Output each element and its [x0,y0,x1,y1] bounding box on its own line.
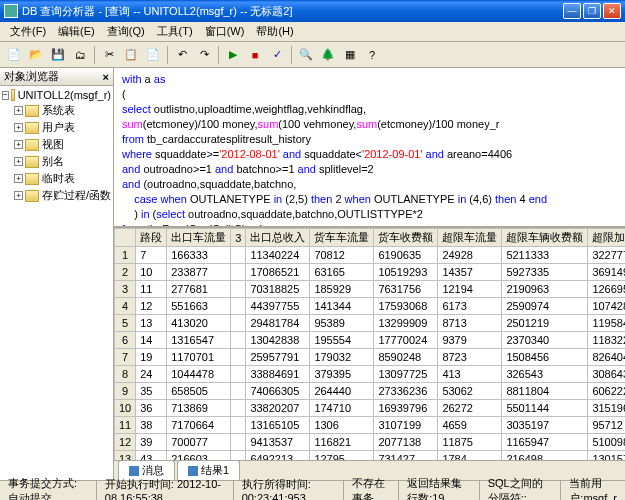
cell[interactable]: 179032 [310,349,374,366]
cell[interactable]: 141344 [310,298,374,315]
close-button[interactable]: ✕ [603,3,621,19]
cell[interactable]: 195554 [310,332,374,349]
tree-node[interactable]: +存贮过程/函数 [14,187,111,204]
tree-node[interactable]: +用户表 [14,119,111,136]
table-row[interactable]: 1138717066413165105130631071994659303519… [115,417,626,434]
cell[interactable]: 13 [115,451,136,461]
cell[interactable]: 8590248 [374,349,438,366]
table-row[interactable]: 1239700077941353711682120771381187511659… [115,434,626,451]
cell[interactable]: 379395 [310,366,374,383]
sql-editor[interactable]: with a as(select outlistno,uploadtime,we… [114,68,625,228]
tree-root[interactable]: −UNITOLL2(msgf_r) [2,88,111,102]
tree-node[interactable]: +视图 [14,136,111,153]
cell[interactable]: 33884691 [246,366,310,383]
object-tree[interactable]: −UNITOLL2(msgf_r) +系统表+用户表+视图+别名+临时表+存贮过… [0,86,113,480]
cell[interactable] [231,298,246,315]
cell[interactable]: 326543 [502,366,588,383]
cell[interactable] [231,264,246,281]
table-row[interactable]: 1036713869338202071747101693979626272550… [115,400,626,417]
cell[interactable]: 35 [136,383,167,400]
column-header[interactable]: 3 [231,229,246,247]
cell[interactable]: 6 [115,332,136,349]
cell[interactable]: 3227772 [588,247,625,264]
cell[interactable]: 6190635 [374,247,438,264]
menu-file[interactable]: 文件(F) [4,22,52,41]
cell[interactable]: 1306 [310,417,374,434]
cell[interactable]: 24928 [438,247,502,264]
cell[interactable]: 7631756 [374,281,438,298]
cell[interactable]: 1195849 [588,315,625,332]
cell[interactable] [231,247,246,264]
cell[interactable]: 10519293 [374,264,438,281]
cell[interactable]: 1266951 [588,281,625,298]
cell[interactable]: 11340224 [246,247,310,264]
cell[interactable] [231,349,246,366]
cell[interactable]: 9 [115,383,136,400]
cell[interactable]: 116821 [310,434,374,451]
cell[interactable]: 166333 [167,247,231,264]
cell[interactable]: 3035197 [502,417,588,434]
column-header[interactable]: 出口车流量 [167,229,231,247]
cell[interactable]: 11875 [438,434,502,451]
cell[interactable]: 17593068 [374,298,438,315]
cell[interactable]: 14357 [438,264,502,281]
cell[interactable]: 43 [136,451,167,461]
undo-icon[interactable]: ↶ [172,45,192,65]
cell[interactable]: 233877 [167,264,231,281]
cell[interactable]: 19 [136,349,167,366]
cell[interactable]: 70318825 [246,281,310,298]
table-row[interactable]: 2102338771708652163165105192931435759273… [115,264,626,281]
tree-node[interactable]: +临时表 [14,170,111,187]
tree-node[interactable]: +别名 [14,153,111,170]
cell[interactable]: 1165947 [502,434,588,451]
table-row[interactable]: 4125516634439775514134417593068617325909… [115,298,626,315]
check-icon[interactable]: ✓ [267,45,287,65]
cell[interactable]: 29481784 [246,315,310,332]
redo-icon[interactable]: ↷ [194,45,214,65]
cell[interactable]: 7170664 [167,417,231,434]
cell[interactable]: 16939796 [374,400,438,417]
column-header[interactable]: 货车收费额 [374,229,438,247]
cell[interactable]: 11 [115,417,136,434]
cell[interactable]: 10 [115,400,136,417]
cell[interactable]: 1784 [438,451,502,461]
cell[interactable]: 70812 [310,247,374,264]
cell[interactable]: 277681 [167,281,231,298]
cell[interactable]: 413 [438,366,502,383]
cell[interactable]: 24 [136,366,167,383]
save-icon[interactable]: 💾 [48,45,68,65]
table-row[interactable]: 1716633311340224708126190635249285211333… [115,247,626,264]
paste-icon[interactable]: 📄 [143,45,163,65]
cell[interactable]: 713869 [167,400,231,417]
cell[interactable]: 510098 [588,434,625,451]
cell[interactable]: 4659 [438,417,502,434]
cell[interactable]: 38 [136,417,167,434]
cell[interactable] [231,434,246,451]
cell[interactable]: 12795 [310,451,374,461]
cell[interactable]: 1183225 [588,332,625,349]
cell[interactable]: 39 [136,434,167,451]
copy-icon[interactable]: 📋 [121,45,141,65]
cell[interactable]: 95389 [310,315,374,332]
cell[interactable]: 25957791 [246,349,310,366]
cell[interactable]: 13299909 [374,315,438,332]
grid-icon[interactable]: ▦ [340,45,360,65]
cell[interactable]: 8713 [438,315,502,332]
help-icon[interactable]: ? [362,45,382,65]
table-row[interactable]: 3112776817031882518592976317561219421909… [115,281,626,298]
column-header[interactable] [115,229,136,247]
cell[interactable]: 185929 [310,281,374,298]
cell[interactable]: 5211333 [502,247,588,264]
cell[interactable]: 2077138 [374,434,438,451]
cell[interactable]: 9413537 [246,434,310,451]
cell[interactable]: 5 [115,315,136,332]
cell[interactable]: 8 [115,366,136,383]
find-icon[interactable]: 🔍 [296,45,316,65]
cell[interactable]: 308643 [588,366,625,383]
cell[interactable]: 3107199 [374,417,438,434]
cell[interactable]: 74066305 [246,383,310,400]
maximize-button[interactable]: ❐ [583,3,601,19]
cell[interactable] [231,417,246,434]
table-row[interactable]: 8241044478338846913793951309772541332654… [115,366,626,383]
menu-tools[interactable]: 工具(T) [151,22,199,41]
